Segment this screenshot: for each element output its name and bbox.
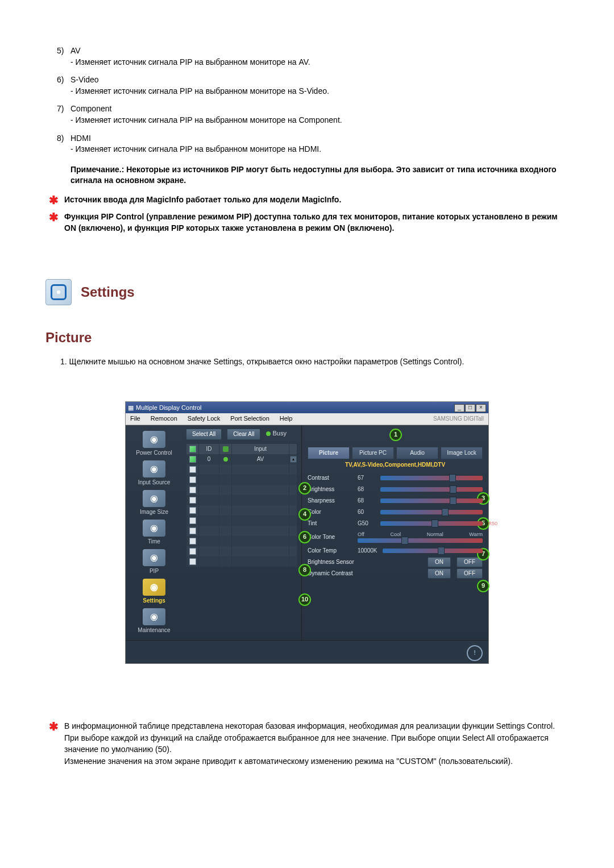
header-status-icon bbox=[223, 446, 229, 452]
sidebar-icon: ◉ bbox=[143, 490, 165, 507]
app-icon: ▦ bbox=[128, 404, 134, 412]
settings-tab[interactable]: Picture PC bbox=[352, 447, 394, 459]
table-row[interactable] bbox=[186, 475, 297, 485]
menu-item[interactable]: Remocon bbox=[151, 415, 177, 422]
color-tone-option: Cool bbox=[390, 531, 401, 538]
table-row[interactable] bbox=[186, 495, 297, 505]
table-row[interactable] bbox=[186, 505, 297, 516]
close-button[interactable]: × bbox=[476, 404, 486, 412]
select-all-button[interactable]: Select All bbox=[186, 429, 222, 440]
row-id bbox=[199, 495, 219, 505]
warning-icon: ! bbox=[467, 645, 483, 661]
sidebar-item[interactable]: ◉Power Control bbox=[126, 431, 182, 457]
toggle-on-button[interactable]: ON bbox=[428, 568, 451, 579]
menu-item[interactable]: Safety Lock bbox=[188, 415, 220, 422]
toggle-on-button[interactable]: ON bbox=[428, 557, 451, 567]
star-note-text: Функция PIP Control (управление режимом … bbox=[64, 211, 569, 234]
settings-panel: 1 2 3 4 5 6 7 8 9 10 PicturePicture PCAu… bbox=[302, 425, 488, 640]
sidebar-item[interactable]: ◉Image Size bbox=[126, 490, 182, 516]
statusbar: ! bbox=[126, 640, 488, 663]
row-checkbox[interactable] bbox=[189, 487, 196, 493]
slider-label: Contrast bbox=[308, 474, 358, 482]
slider-row: Tint G50 R50 bbox=[308, 518, 483, 529]
sidebar-item[interactable]: ◉PIP bbox=[126, 549, 182, 575]
scroll-up-button[interactable]: ▴ bbox=[290, 456, 297, 463]
row-input bbox=[232, 516, 289, 526]
row-checkbox[interactable] bbox=[189, 456, 196, 463]
slider-value: 68 bbox=[358, 497, 380, 505]
picture-heading: Picture bbox=[45, 328, 569, 347]
menu-item[interactable]: Help bbox=[280, 415, 293, 422]
header-checkbox[interactable] bbox=[189, 446, 196, 452]
settings-tab[interactable]: Image Lock bbox=[441, 447, 483, 459]
toggle-label: Brightness Sensor bbox=[308, 558, 376, 566]
step-ordinal: 1. bbox=[60, 357, 67, 366]
minimize-button[interactable]: _ bbox=[454, 404, 464, 412]
sidebar-icon: ◉ bbox=[143, 549, 165, 566]
row-checkbox[interactable] bbox=[189, 476, 196, 483]
color-tone-slider[interactable] bbox=[358, 538, 483, 543]
slider-row: Sharpness 68 bbox=[308, 495, 483, 506]
row-id bbox=[199, 516, 219, 526]
toggle-off-button[interactable]: OFF bbox=[457, 568, 483, 579]
clear-all-button[interactable]: Clear All bbox=[227, 429, 260, 440]
sidebar-label: Time bbox=[126, 538, 182, 546]
settings-tab[interactable]: Audio bbox=[396, 447, 438, 459]
slider-track[interactable] bbox=[380, 510, 483, 514]
row-id bbox=[199, 526, 219, 536]
table-row[interactable] bbox=[186, 516, 297, 526]
row-checkbox[interactable] bbox=[189, 517, 196, 524]
menu-item[interactable]: File bbox=[130, 415, 140, 422]
sidebar-item[interactable]: ◉Settings bbox=[126, 579, 182, 605]
menu-item[interactable]: Port Selection bbox=[230, 415, 269, 422]
slider-track[interactable] bbox=[380, 521, 483, 526]
step-text: Щелкните мышью на основном значке Settin… bbox=[69, 357, 464, 366]
slider-track[interactable] bbox=[380, 499, 483, 503]
toggle-label: Dynamic Contrast bbox=[308, 570, 376, 578]
color-temp-slider[interactable] bbox=[383, 549, 483, 553]
star-icon: ✱ bbox=[49, 211, 59, 234]
slider-label: Color bbox=[308, 508, 358, 516]
sidebar-icon: ◉ bbox=[143, 579, 165, 596]
row-checkbox[interactable] bbox=[189, 548, 196, 555]
toggle-row: Dynamic Contrast ON OFF bbox=[308, 568, 483, 579]
item-desc: - Изменяет источник сигнала PIP на выбра… bbox=[70, 144, 569, 155]
row-checkbox[interactable] bbox=[189, 466, 196, 473]
slider-row: Contrast 67 bbox=[308, 472, 483, 484]
sidebar-item[interactable]: ◉Input Source bbox=[126, 460, 182, 487]
row-id bbox=[199, 505, 219, 516]
sidebar-label: Input Source bbox=[126, 479, 182, 487]
table-row[interactable] bbox=[186, 526, 297, 536]
slider-track[interactable] bbox=[380, 487, 483, 492]
row-checkbox[interactable] bbox=[189, 528, 196, 534]
table-row[interactable] bbox=[186, 546, 297, 556]
row-checkbox[interactable] bbox=[189, 558, 196, 565]
color-temp-label: Color Temp bbox=[308, 547, 358, 555]
sidebar-icon: ◉ bbox=[143, 520, 165, 537]
sidebar-item[interactable]: ◉Time bbox=[126, 520, 182, 546]
slider-row: Color 60 bbox=[308, 506, 483, 518]
item-ordinal: 8) bbox=[57, 133, 70, 144]
sidebar-item[interactable]: ◉Maintenance bbox=[126, 608, 182, 634]
header-id: ID bbox=[199, 444, 219, 454]
table-row[interactable] bbox=[186, 485, 297, 495]
table-row[interactable] bbox=[186, 464, 297, 475]
row-input bbox=[232, 556, 289, 567]
sidebar-label: Power Control bbox=[126, 449, 182, 457]
row-checkbox[interactable] bbox=[189, 507, 196, 514]
maximize-button[interactable]: □ bbox=[465, 404, 475, 412]
settings-tab[interactable]: Picture bbox=[308, 447, 350, 459]
color-tone-option: Normal bbox=[427, 531, 443, 538]
callout-4: 4 bbox=[298, 508, 311, 521]
row-id bbox=[199, 464, 219, 475]
row-checkbox[interactable] bbox=[189, 538, 196, 545]
slider-track[interactable] bbox=[380, 476, 483, 480]
row-checkbox[interactable] bbox=[189, 497, 196, 504]
table-row[interactable] bbox=[186, 556, 297, 567]
table-row[interactable] bbox=[186, 536, 297, 546]
table-row[interactable]: 0 AV ▴ bbox=[186, 454, 297, 464]
toggle-row: Brightness Sensor ON OFF bbox=[308, 556, 483, 568]
sidebar-label: Settings bbox=[126, 597, 182, 605]
status-dot-icon bbox=[223, 457, 228, 462]
row-input bbox=[232, 536, 289, 546]
